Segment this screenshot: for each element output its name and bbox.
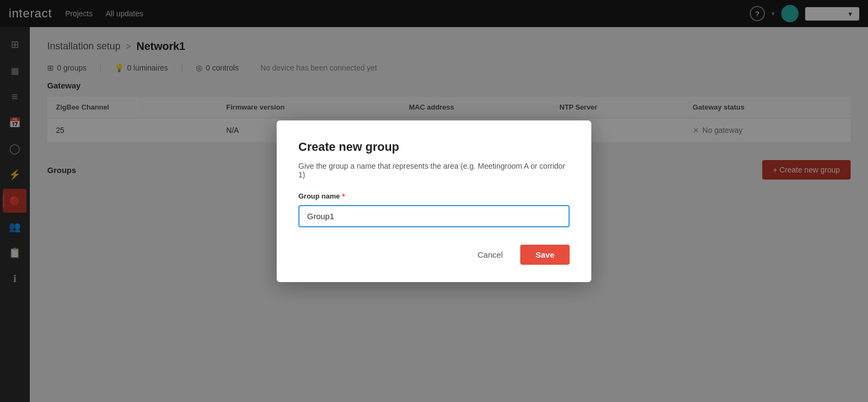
create-group-dialog: Create new group Give the group a name t… bbox=[277, 120, 591, 282]
dialog-actions: Cancel Save bbox=[298, 245, 570, 265]
group-name-input[interactable] bbox=[298, 205, 570, 227]
save-button[interactable]: Save bbox=[520, 245, 570, 265]
dialog-description: Give the group a name that represents th… bbox=[298, 162, 570, 179]
group-name-label: Group name * bbox=[298, 192, 570, 201]
dialog-title: Create new group bbox=[298, 140, 570, 154]
required-indicator: * bbox=[342, 192, 345, 201]
modal-overlay: Create new group Give the group a name t… bbox=[0, 0, 868, 402]
cancel-button[interactable]: Cancel bbox=[469, 246, 512, 264]
